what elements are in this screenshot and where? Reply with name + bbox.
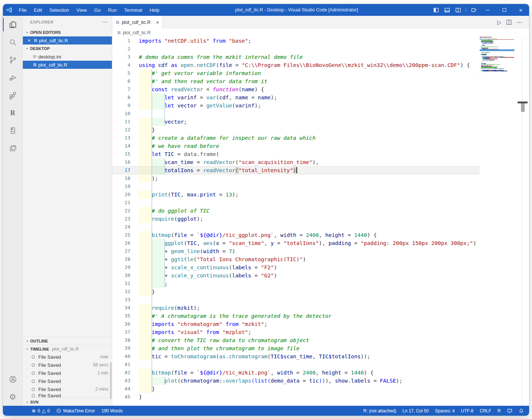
code-line[interactable]: 33: [112, 296, 480, 304]
timeline-item[interactable]: File Saved2 mins: [23, 385, 112, 393]
code-line[interactable]: 39 # and then plot the chromatogram to i…: [112, 344, 480, 352]
maximize-button[interactable]: [496, 4, 512, 16]
timeline-item[interactable]: File Saved1 min: [23, 369, 112, 377]
code-line[interactable]: 1imports "netCDF.utils" from "base";: [112, 37, 480, 45]
menu-terminal[interactable]: Terminal: [121, 6, 145, 14]
code-line[interactable]: 23 require(ggplot);: [112, 215, 480, 223]
menu-edit[interactable]: Edit: [31, 6, 45, 14]
section-open-editors[interactable]: › OPEN EDITORS: [23, 28, 112, 36]
code-line[interactable]: 45}: [112, 393, 480, 401]
code-line[interactable]: 35 #' A chromatogram is the trace genera…: [112, 312, 480, 320]
tab-close-icon[interactable]: ×: [156, 19, 159, 25]
code-line[interactable]: 10: [112, 110, 480, 118]
language-mode[interactable]: R: [497, 408, 501, 413]
code-line[interactable]: 6 #' and then read vector data from it: [112, 77, 480, 85]
close-icon[interactable]: ×: [26, 38, 32, 43]
encoding[interactable]: UTF-8: [461, 408, 473, 413]
code-line[interactable]: 28 + ggtitle("Total Ions Chromatographic…: [112, 255, 480, 263]
code-line[interactable]: 12 }: [112, 126, 480, 134]
menu-file[interactable]: File: [15, 6, 30, 14]
timeline-item[interactable]: File Saved: [23, 377, 112, 385]
account-icon[interactable]: [3, 370, 22, 388]
section-timeline[interactable]: › TIMELINE plot_cdf_tic.R: [23, 345, 112, 353]
code-line[interactable]: 26 ggplot(TIC, aes(x = "scan_time", y = …: [112, 239, 480, 247]
indentation[interactable]: Spaces: 4: [435, 408, 455, 413]
sidebar-scrollbar[interactable]: [110, 362, 112, 399]
search-icon[interactable]: [3, 33, 22, 51]
menu-help[interactable]: Help: [146, 6, 163, 14]
layout-customize-icon[interactable]: [468, 5, 479, 15]
code-line[interactable]: 22 # do ggplot of TIC: [112, 207, 480, 215]
code-line[interactable]: 41: [112, 361, 480, 369]
code-line[interactable]: 2: [112, 45, 480, 53]
layout-sidebar-icon[interactable]: [430, 5, 441, 15]
code-line[interactable]: 7 const readVector = function(name) {: [112, 85, 480, 93]
code-line[interactable]: 8 let varinf = var(cdf, name = name);: [112, 93, 480, 102]
code-line[interactable]: 14 # we have read before: [112, 142, 480, 150]
notebook-icon[interactable]: [3, 122, 22, 139]
minimize-button[interactable]: [479, 4, 496, 16]
section-outline[interactable]: › OUTLINE: [23, 337, 112, 345]
timeline-item[interactable]: File Savednow: [23, 353, 112, 361]
timeline-item[interactable]: File Saved: [23, 393, 112, 398]
feedback-icon[interactable]: [507, 408, 512, 413]
run-file-icon[interactable]: ▷: [497, 19, 501, 26]
r-language-icon[interactable]: R: [3, 104, 22, 122]
code-line[interactable]: 3# demo data comes from the mzkit intern…: [112, 53, 480, 61]
code-line[interactable]: 24: [112, 223, 480, 231]
menu-run[interactable]: Run: [105, 6, 120, 14]
code-line[interactable]: 27 + geom_line(width = 7): [112, 247, 480, 255]
code-line[interactable]: 13 # create a dataframe for inspect our …: [112, 134, 480, 142]
menu-selection[interactable]: Selection: [46, 6, 72, 14]
code-line[interactable]: 40 tic = toChromatogram(as.chromatogram(…: [112, 352, 480, 361]
split-editor-icon[interactable]: [507, 20, 511, 25]
word-count[interactable]: 190 Words: [102, 408, 123, 413]
code-line[interactable]: 17 totalIons = readVector("total_intensi…: [112, 166, 480, 174]
layout-split-icon[interactable]: [452, 5, 464, 15]
code-line[interactable]: 15 let TIC = data.frame(: [112, 150, 480, 158]
code-line[interactable]: 5 #' get vector variable information: [112, 69, 480, 77]
code-line[interactable]: 19: [112, 182, 480, 191]
code-line[interactable]: 29 + scale_x_continuous(labels = "F2"): [112, 263, 480, 271]
cursor-position[interactable]: Ln 17, Col 50: [402, 408, 429, 413]
code-line[interactable]: 11 vector;: [112, 118, 480, 126]
code-line[interactable]: 44 }: [112, 385, 480, 393]
scrollbar-thumb[interactable]: [521, 103, 525, 112]
code-line[interactable]: 25 bitmap(file = `${@dir}/tic_ggplot.png…: [112, 231, 480, 239]
bell-icon[interactable]: [519, 408, 524, 413]
code-line[interactable]: 16 scan_time = readVector("scan_acquisit…: [112, 158, 480, 166]
code-line[interactable]: 20 print(TIC, max.print = 13);: [112, 191, 480, 199]
code-line[interactable]: 34 require(mzkit);: [112, 304, 480, 312]
code-line[interactable]: 42 bitmap(file = `${@dir}/tic_mzkit.png`…: [112, 369, 480, 377]
code-line[interactable]: 30 + scale_y_continuous(labels = "G2"): [112, 271, 480, 280]
tab-plot-cdf-tic[interactable]: R plot_cdf_tic.R ×: [112, 16, 162, 29]
source-control-icon[interactable]: [3, 51, 22, 69]
problems-indicator[interactable]: ⊗ 0 △ 0: [32, 408, 50, 413]
code-line[interactable]: 38 # convert the TIC raw data to chromat…: [112, 336, 480, 344]
code-editor[interactable]: 1imports "netCDF.utils" from "base";23# …: [112, 37, 529, 406]
menu-go[interactable]: Go: [91, 6, 104, 14]
breadcrumb[interactable]: R plot_cdf_tic.R: [112, 29, 529, 37]
file-item-plot-cdf-tic[interactable]: R plot_cdf_tic.R: [23, 61, 112, 69]
more-actions-icon[interactable]: ⋯: [102, 19, 108, 25]
extensions-icon[interactable]: [3, 86, 22, 104]
close-button[interactable]: ×: [512, 4, 529, 16]
wakatime-status[interactable]: WakaTime Error: [56, 408, 95, 413]
code-line[interactable]: 37 imports "visual" from "mzplot";: [112, 328, 480, 336]
run-debug-icon[interactable]: [3, 69, 22, 86]
code-line[interactable]: 32 }: [112, 288, 480, 296]
section-folder-desktop[interactable]: › DESKTOP: [23, 45, 112, 53]
settings-gear-icon[interactable]: ⚙: [3, 388, 22, 406]
file-item-desktop-ini[interactable]: desktop.ini: [23, 53, 112, 61]
eol-sequence[interactable]: CRLF: [480, 408, 491, 413]
code-line[interactable]: 4using cdf as open.netCDF(file = "C:\\Pr…: [112, 61, 480, 69]
windows-icon[interactable]: [3, 139, 22, 157]
r-session-status[interactable]: R: (not attached): [363, 408, 396, 413]
code-line[interactable]: 21: [112, 199, 480, 207]
open-editor-item[interactable]: × R plot_cdf_tic.R: [23, 36, 112, 45]
section-svn[interactable]: › SVN: [23, 398, 112, 406]
menu-view[interactable]: View: [73, 6, 90, 14]
code-line[interactable]: 31 ;: [112, 280, 480, 288]
code-line[interactable]: 9 let vector = getValue(varinf);: [112, 102, 480, 110]
code-line[interactable]: 36 imports "chromatogram" from "mzkit";: [112, 320, 480, 328]
